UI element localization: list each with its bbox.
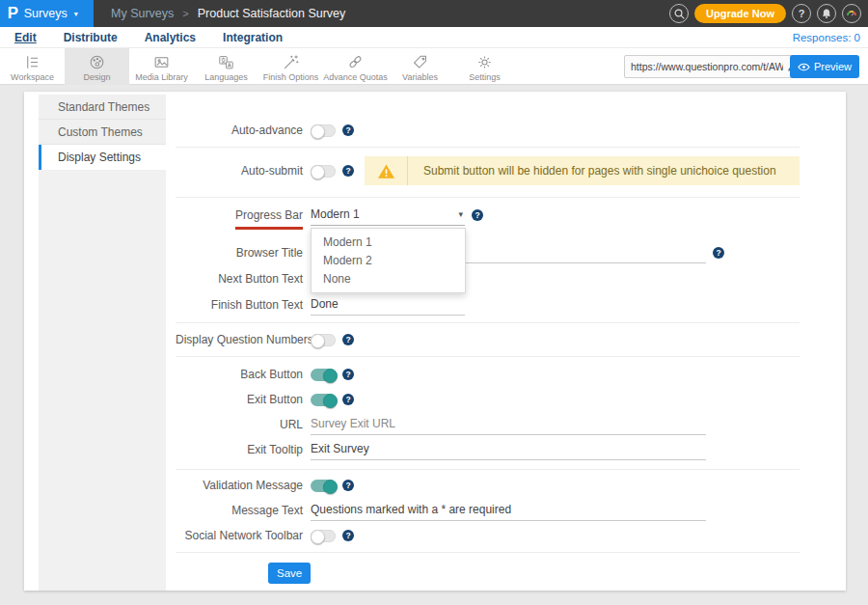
divider (176, 147, 800, 148)
section-tabs: Edit Distribute Analytics Integration Re… (0, 27, 868, 48)
save-button[interactable]: Save (268, 563, 311, 584)
finish-button-text-input[interactable]: Done (311, 295, 465, 316)
languages-icon (217, 53, 235, 71)
toolbar-item-design[interactable]: Design (65, 48, 129, 85)
content-area: Standard Themes Custom Themes Display Se… (0, 85, 868, 605)
exit-url-input[interactable]: Survey Exit URL (311, 415, 706, 435)
back-button-help-icon[interactable]: ? (342, 369, 354, 380)
notifications-button[interactable] (817, 4, 836, 23)
social-network-toolbar-row: Social Network Toolbar ? (176, 523, 800, 548)
browser-title-row: Browser Title ? (176, 240, 800, 265)
social-network-toolbar-help-icon[interactable]: ? (342, 530, 354, 541)
exit-tooltip-label: Exit Tooltip (176, 443, 311, 456)
auto-advance-toggle[interactable] (311, 124, 336, 137)
auto-advance-label: Auto-advance (176, 124, 311, 137)
display-question-numbers-row: Display Question Numbers ? (176, 327, 800, 352)
next-button-text-label: Next Button Text (176, 272, 311, 286)
browser-title-help-icon[interactable]: ? (713, 247, 724, 259)
preview-button[interactable]: Preview (790, 55, 859, 78)
progress-bar-selected-value: Modern 1 (311, 207, 360, 221)
validation-message-row: Validation Message ? (176, 473, 800, 498)
upgrade-now-button[interactable]: Upgrade Now (694, 4, 786, 23)
auto-advance-help-icon[interactable]: ? (342, 124, 354, 136)
select-caret-icon: ▾ (458, 209, 463, 219)
tab-integration[interactable]: Integration (216, 31, 289, 44)
design-icon (88, 53, 106, 71)
search-button[interactable] (669, 4, 689, 23)
toolbar-item-workspace[interactable]: Workspace (0, 48, 65, 85)
message-text-input[interactable]: Questions marked with a * are required (311, 501, 706, 521)
workspace-icon (23, 53, 41, 71)
help-button[interactable]: ? (792, 4, 811, 23)
dropdown-option-modern-1[interactable]: Modern 1 (312, 234, 465, 252)
themes-sidebar: Standard Themes Custom Themes Display Se… (39, 95, 166, 591)
toolbar-item-finish-options[interactable]: Finish Options (258, 48, 323, 85)
divider (176, 356, 800, 357)
breadcrumb-my-surveys[interactable]: My Surveys (111, 7, 174, 20)
toolbar-item-settings[interactable]: Settings (452, 48, 517, 85)
validation-message-toggle[interactable] (311, 480, 336, 492)
progress-bar-row: Progress Bar Modern 1 ▾ Modern 1 Modern … (176, 203, 800, 228)
toolbar-item-variables[interactable]: Variables (388, 48, 452, 85)
back-button-row: Back Button ? (176, 362, 800, 387)
browser-title-label: Browser Title (176, 246, 311, 260)
tab-distribute[interactable]: Distribute (57, 31, 124, 44)
gauge-icon (845, 7, 858, 20)
breadcrumb-current-survey: Product Satisfaction Survey (198, 7, 346, 20)
toolbar-item-advance-quotas[interactable]: Advance Quotas (323, 48, 388, 85)
responses-count[interactable]: Responses: 0 (793, 32, 860, 43)
exit-button-toggle[interactable] (311, 394, 336, 406)
eye-icon (798, 63, 810, 71)
surveys-product-menu[interactable]: P Surveys ▾ (0, 0, 94, 27)
progress-bar-select[interactable]: Modern 1 ▾ Modern 1 Modern 2 None (311, 206, 465, 226)
auto-advance-row: Auto-advance ? (176, 118, 800, 143)
validation-message-help-icon[interactable]: ? (342, 480, 354, 491)
bell-icon (821, 8, 832, 19)
sidebar-item-standard-themes[interactable]: Standard Themes (39, 95, 166, 120)
message-text-row: Message Text Questions marked with a * a… (176, 498, 800, 523)
progress-bar-help-icon[interactable]: ? (472, 209, 483, 221)
toolbar-item-languages[interactable]: Languages (194, 48, 258, 85)
advance-quotas-icon (346, 53, 365, 71)
product-name: Surveys (24, 7, 68, 20)
breadcrumb: My Surveys > Product Satisfaction Survey (111, 7, 345, 20)
top-bar: P Surveys ▾ My Surveys > Product Satisfa… (0, 0, 868, 27)
exit-button-row: Exit Button ? (176, 387, 800, 412)
validation-message-label: Validation Message (176, 479, 311, 492)
back-button-label: Back Button (176, 368, 311, 381)
sidebar-item-custom-themes[interactable]: Custom Themes (39, 120, 166, 145)
message-text-label: Message Text (176, 504, 311, 517)
display-settings-panel: Standard Themes Custom Themes Display Se… (24, 92, 846, 591)
dropdown-option-none[interactable]: None (312, 270, 465, 289)
breadcrumb-separator: > (182, 8, 188, 19)
exit-url-row: URL Survey Exit URL (176, 412, 800, 437)
survey-url-value: https://www.questionpro.com/t/AW22Zh44 (631, 61, 783, 72)
dropdown-option-modern-2[interactable]: Modern 2 (312, 252, 465, 270)
media-library-icon (152, 53, 171, 71)
tab-analytics[interactable]: Analytics (138, 31, 203, 44)
divider (176, 197, 800, 198)
sidebar-item-display-settings[interactable]: Display Settings (39, 145, 166, 170)
auto-submit-help-icon[interactable]: ? (342, 165, 354, 177)
settings-icon (475, 53, 494, 71)
social-network-toolbar-toggle[interactable] (311, 530, 336, 542)
annotation-red-underline: Progress Bar (235, 208, 303, 230)
toolbar-item-media-library[interactable]: Media Library (129, 48, 194, 85)
tab-edit[interactable]: Edit (8, 31, 43, 44)
exit-button-help-icon[interactable]: ? (342, 394, 354, 405)
auto-submit-label: Auto-submit (176, 164, 311, 178)
exit-tooltip-input[interactable]: Exit Survey (311, 440, 706, 460)
finish-options-icon (282, 53, 300, 71)
progress-bar-label: Progress Bar (176, 208, 311, 222)
display-question-numbers-help-icon[interactable]: ? (342, 334, 354, 345)
warning-triangle-icon (377, 163, 395, 179)
design-toolbar: Workspace Design Media Library Languages… (0, 48, 868, 85)
survey-url-field[interactable]: https://www.questionpro.com/t/AW22Zh44 (624, 55, 805, 78)
chevron-down-icon: ▾ (74, 10, 78, 18)
usage-meter-button[interactable] (842, 4, 861, 23)
display-question-numbers-toggle[interactable] (311, 334, 336, 346)
back-button-toggle[interactable] (311, 369, 336, 381)
display-settings-form: Auto-advance ? Auto-submit ? Submit butt… (166, 92, 846, 591)
variables-icon (411, 53, 429, 71)
auto-submit-toggle[interactable] (311, 165, 336, 178)
